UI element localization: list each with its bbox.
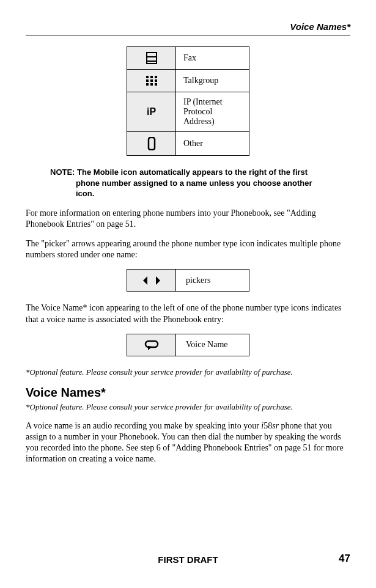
voice-name-label: Voice Name [176, 334, 249, 356]
svg-marker-13 [143, 276, 147, 285]
table-row: iP IP (Internet Protocol Address) [127, 92, 249, 132]
table-row: pickers [127, 270, 249, 292]
voice-name-icon [144, 340, 159, 351]
svg-marker-16 [148, 346, 152, 350]
svg-rect-12 [149, 138, 155, 150]
note-text: The Mobile icon automatically appears to… [76, 167, 312, 198]
voice-name-table: Voice Name [127, 334, 249, 356]
table-row: Fax [127, 47, 249, 70]
pickers-label: pickers [176, 270, 249, 292]
ip-label: IP (Internet Protocol Address) [176, 92, 249, 132]
svg-rect-10 [155, 79, 157, 82]
paragraph-3: The Voice Name* icon appearing to the le… [26, 303, 350, 325]
fax-icon-cell [127, 47, 176, 70]
voice-name-icon-cell [127, 334, 176, 356]
other-icon [147, 137, 156, 150]
optional-footnote-1: *Optional feature. Please consult your s… [26, 367, 350, 377]
table-row: Other [127, 132, 249, 156]
pickers-icon-cell [127, 270, 176, 292]
ip-icon-cell: iP [127, 92, 176, 132]
svg-rect-9 [155, 76, 157, 78]
paragraph-4: A voice name is an audio recording you m… [26, 421, 350, 465]
section-heading: Voice Names* [26, 386, 350, 400]
page-number: 47 [339, 553, 350, 565]
header-divider [26, 35, 350, 35]
running-header: Voice Names* [26, 21, 350, 32]
para4-model-rest: 58 [264, 421, 272, 430]
other-icon-cell [127, 132, 176, 156]
model-sr: sr [272, 421, 279, 430]
footer-draft: FIRST DRAFT [26, 554, 350, 565]
svg-rect-5 [146, 83, 149, 86]
paragraph-2: The "picker" arrows appearing around the… [26, 238, 350, 260]
svg-rect-0 [147, 53, 157, 64]
svg-rect-4 [146, 79, 149, 82]
svg-rect-11 [155, 83, 157, 86]
svg-rect-6 [150, 76, 153, 78]
ip-icon: iP [147, 106, 156, 117]
fax-icon [145, 52, 158, 64]
paragraph-1: For more information on entering phone n… [26, 208, 350, 230]
table-row: Voice Name [127, 334, 249, 356]
optional-footnote-2: *Optional feature. Please consult your s… [26, 402, 350, 412]
note-prefix: NOTE: [50, 167, 75, 177]
fax-label: Fax [176, 47, 249, 70]
svg-rect-8 [150, 83, 153, 86]
talkgroup-label: Talkgroup [176, 70, 249, 92]
pickers-icon [142, 275, 161, 286]
para4-part-a: A voice name is an audio recording you m… [26, 421, 261, 430]
note-block: NOTE: The Mobile icon automatically appe… [50, 167, 326, 199]
icon-legend-table: Fax Talkgroup iP IP (Internet Protocol A… [127, 46, 249, 156]
pickers-table: pickers [127, 269, 249, 292]
talkgroup-icon-cell [127, 70, 176, 92]
svg-rect-15 [146, 341, 158, 347]
svg-marker-14 [156, 276, 160, 285]
svg-rect-7 [150, 79, 153, 82]
talkgroup-icon [145, 75, 158, 87]
svg-rect-3 [146, 76, 149, 78]
table-row: Talkgroup [127, 70, 249, 92]
other-label: Other [176, 132, 249, 156]
